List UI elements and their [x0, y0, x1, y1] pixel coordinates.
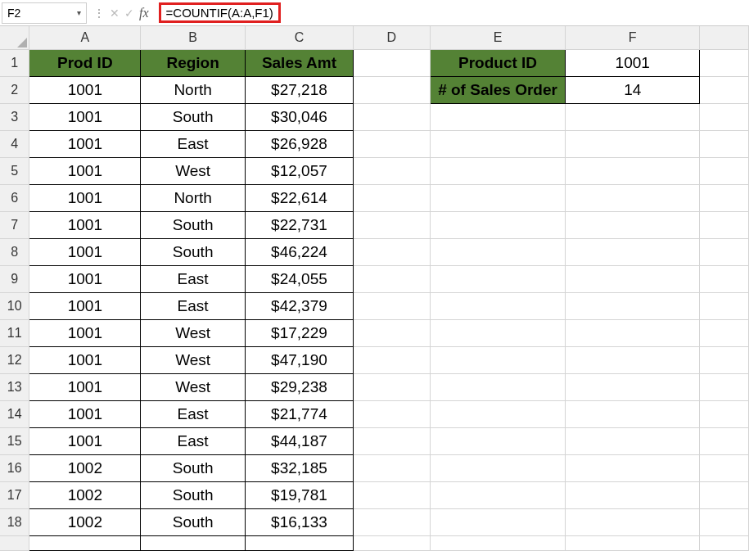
cell-C13[interactable]: $29,238: [246, 373, 354, 400]
cell-A8[interactable]: 1001: [29, 238, 141, 265]
cell-A5[interactable]: 1001: [29, 157, 141, 184]
cell-C17[interactable]: $19,781: [246, 481, 354, 508]
cell-D9[interactable]: [353, 265, 430, 292]
cell-C12[interactable]: $47,190: [246, 346, 354, 373]
cell-A3[interactable]: 1001: [29, 103, 141, 130]
select-all-corner[interactable]: [0, 26, 29, 49]
cell-extra-9[interactable]: [700, 265, 749, 292]
cell-A17[interactable]: 1002: [29, 481, 141, 508]
cell-E12[interactable]: [430, 346, 566, 373]
row-head[interactable]: 17: [0, 481, 29, 508]
row-head[interactable]: 6: [0, 184, 29, 211]
cell-F18[interactable]: [566, 508, 700, 535]
cell-F17[interactable]: [566, 481, 700, 508]
cell-D5[interactable]: [353, 157, 430, 184]
cell-extra-11[interactable]: [700, 319, 749, 346]
cell-partial[interactable]: [566, 535, 700, 550]
row-head[interactable]: 15: [0, 427, 29, 454]
cell-extra-15[interactable]: [700, 427, 749, 454]
cell-extra-10[interactable]: [700, 292, 749, 319]
cell-D1[interactable]: [353, 49, 430, 76]
cell-D14[interactable]: [353, 400, 430, 427]
cell-E15[interactable]: [430, 427, 566, 454]
row-head[interactable]: 10: [0, 292, 29, 319]
cell-E2[interactable]: # of Sales Order: [430, 76, 566, 103]
cell-partial[interactable]: [700, 535, 749, 550]
cell-C9[interactable]: $24,055: [246, 265, 354, 292]
cell-E1[interactable]: Product ID: [430, 49, 566, 76]
cell-E7[interactable]: [430, 211, 566, 238]
cell-F2[interactable]: 14: [566, 76, 700, 103]
cell-D16[interactable]: [353, 454, 430, 481]
cell-D12[interactable]: [353, 346, 430, 373]
cell-E5[interactable]: [430, 157, 566, 184]
cell-D13[interactable]: [353, 373, 430, 400]
cell-extra-5[interactable]: [700, 157, 749, 184]
row-head[interactable]: 1: [0, 49, 29, 76]
cell-D4[interactable]: [353, 130, 430, 157]
cell-D3[interactable]: [353, 103, 430, 130]
cell-extra-2[interactable]: [700, 76, 749, 103]
cell-B1[interactable]: Region: [141, 49, 246, 76]
cancel-icon[interactable]: ✕: [110, 7, 120, 20]
row-head[interactable]: 16: [0, 454, 29, 481]
cell-E8[interactable]: [430, 238, 566, 265]
cell-B6[interactable]: North: [141, 184, 246, 211]
cell-B5[interactable]: West: [141, 157, 246, 184]
cell-partial[interactable]: [353, 535, 430, 550]
cell-extra-16[interactable]: [700, 454, 749, 481]
name-box[interactable]: F2 ▾: [2, 2, 87, 24]
cell-F13[interactable]: [566, 373, 700, 400]
cell-A12[interactable]: 1001: [29, 346, 141, 373]
enter-icon[interactable]: ✓: [124, 7, 134, 20]
col-head-D[interactable]: D: [353, 26, 430, 49]
cell-extra-12[interactable]: [700, 346, 749, 373]
cell-A6[interactable]: 1001: [29, 184, 141, 211]
cell-B4[interactable]: East: [141, 130, 246, 157]
cell-F14[interactable]: [566, 400, 700, 427]
cell-D15[interactable]: [353, 427, 430, 454]
cell-C14[interactable]: $21,774: [246, 400, 354, 427]
cell-B2[interactable]: North: [141, 76, 246, 103]
cell-A7[interactable]: 1001: [29, 211, 141, 238]
cell-C15[interactable]: $44,187: [246, 427, 354, 454]
cell-C18[interactable]: $16,133: [246, 508, 354, 535]
col-head-A[interactable]: A: [29, 26, 141, 49]
cell-A15[interactable]: 1001: [29, 427, 141, 454]
cell-E4[interactable]: [430, 130, 566, 157]
cell-F8[interactable]: [566, 238, 700, 265]
row-head[interactable]: 4: [0, 130, 29, 157]
cell-B3[interactable]: South: [141, 103, 246, 130]
col-head-C[interactable]: C: [246, 26, 354, 49]
cell-A2[interactable]: 1001: [29, 76, 141, 103]
cell-F10[interactable]: [566, 292, 700, 319]
cell-D17[interactable]: [353, 481, 430, 508]
cell-B7[interactable]: South: [141, 211, 246, 238]
col-head-extra[interactable]: [700, 26, 749, 49]
cell-extra-17[interactable]: [700, 481, 749, 508]
cell-C3[interactable]: $30,046: [246, 103, 354, 130]
cell-extra-3[interactable]: [700, 103, 749, 130]
cell-E16[interactable]: [430, 454, 566, 481]
cell-E6[interactable]: [430, 184, 566, 211]
cell-B12[interactable]: West: [141, 346, 246, 373]
cell-A18[interactable]: 1002: [29, 508, 141, 535]
cell-F15[interactable]: [566, 427, 700, 454]
cell-F4[interactable]: [566, 130, 700, 157]
cell-partial[interactable]: [430, 535, 566, 550]
cell-B15[interactable]: East: [141, 427, 246, 454]
cell-F6[interactable]: [566, 184, 700, 211]
cell-A14[interactable]: 1001: [29, 400, 141, 427]
cell-B13[interactable]: West: [141, 373, 246, 400]
cell-C4[interactable]: $26,928: [246, 130, 354, 157]
cell-C10[interactable]: $42,379: [246, 292, 354, 319]
cell-F7[interactable]: [566, 211, 700, 238]
cell-D8[interactable]: [353, 238, 430, 265]
row-head[interactable]: 5: [0, 157, 29, 184]
cell-C7[interactable]: $22,731: [246, 211, 354, 238]
cell-extra-8[interactable]: [700, 238, 749, 265]
cell-extra-1[interactable]: [700, 49, 749, 76]
formula-input[interactable]: =COUNTIF(A:A,F1): [152, 2, 749, 24]
cell-partial[interactable]: [141, 535, 246, 550]
cell-E13[interactable]: [430, 373, 566, 400]
